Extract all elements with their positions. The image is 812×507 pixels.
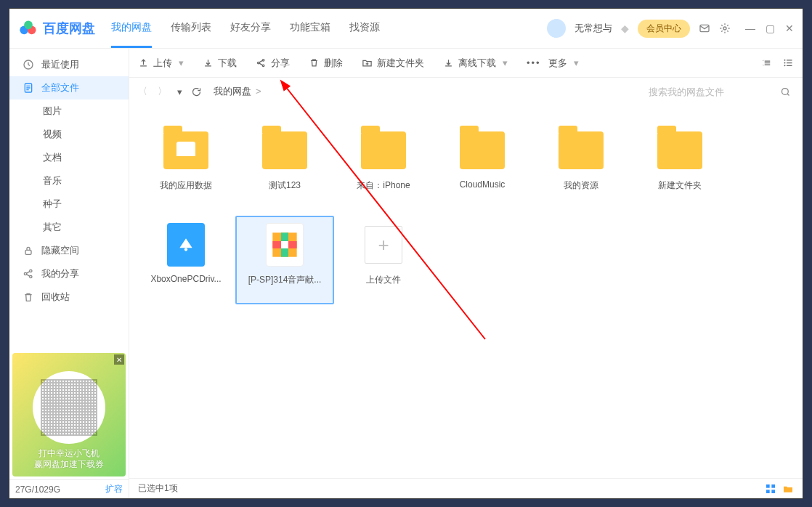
svg-point-13 xyxy=(262,65,264,67)
app-logo: 百度网盘 xyxy=(18,18,95,38)
plus-icon: + xyxy=(365,226,402,264)
status-bar: 已选中1项 xyxy=(129,478,803,498)
svg-point-15 xyxy=(784,62,786,64)
sort-icon[interactable] xyxy=(762,57,773,68)
sidebar-item-docs[interactable]: 文档 xyxy=(9,146,129,169)
delete-button[interactable]: 删除 xyxy=(309,57,343,70)
svg-point-14 xyxy=(784,60,786,61)
storage-bar: 27G/1029G 扩容 xyxy=(9,479,129,498)
folder-item[interactable]: 新建文件夹 xyxy=(630,121,729,210)
maximize-button[interactable]: ▢ xyxy=(766,23,775,34)
history-dropdown-icon[interactable]: ▾ xyxy=(177,86,182,97)
new-folder-icon xyxy=(362,57,373,68)
vip-diamond-icon[interactable]: ◆ xyxy=(621,23,629,34)
clock-icon xyxy=(23,59,34,70)
folder-view-icon[interactable] xyxy=(782,483,794,495)
tab-find-resources[interactable]: 找资源 xyxy=(349,9,380,48)
search-box xyxy=(649,81,794,102)
refresh-icon[interactable] xyxy=(191,86,202,97)
search-input[interactable] xyxy=(649,81,794,102)
avatar[interactable] xyxy=(547,19,566,38)
list-view-icon[interactable] xyxy=(783,57,794,68)
cloud-download-icon xyxy=(443,57,454,68)
sidebar-item-my-share[interactable]: 我的分享 xyxy=(9,262,129,285)
svg-point-17 xyxy=(782,88,789,94)
lock-icon xyxy=(23,245,34,256)
cloud-logo-icon xyxy=(18,18,38,38)
file-item-selected[interactable]: [P-SP]314音声献... xyxy=(235,216,334,304)
upload-icon xyxy=(138,57,149,68)
folder-item[interactable]: 测试123 xyxy=(235,121,334,210)
file-item[interactable]: XboxOnePCDriv... xyxy=(137,216,235,304)
message-icon[interactable] xyxy=(699,23,710,34)
new-folder-button[interactable]: 新建文件夹 xyxy=(362,57,424,70)
download-button[interactable]: 下载 xyxy=(203,57,237,70)
sidebar-item-music[interactable]: 音乐 xyxy=(9,169,129,192)
sidebar-item-other[interactable]: 其它 xyxy=(9,216,129,239)
sidebar-item-all-files[interactable]: 全部文件 xyxy=(9,76,129,100)
expand-storage-link[interactable]: 扩容 xyxy=(105,483,123,495)
sidebar-item-hidden[interactable]: 隐藏空间 xyxy=(9,239,129,262)
sidebar-item-images[interactable]: 图片 xyxy=(9,100,129,123)
svg-point-18 xyxy=(184,248,187,251)
promo-qr-icon xyxy=(33,371,105,444)
selection-status: 已选中1项 xyxy=(138,482,178,495)
folder-item[interactable]: 来自：iPhone xyxy=(334,121,433,210)
upload-file-item[interactable]: +上传文件 xyxy=(334,216,433,304)
path-bar: 〈 〉 ▾ 我的网盘> xyxy=(129,78,803,105)
promo-close-icon[interactable]: ✕ xyxy=(114,354,124,365)
sidebar-item-torrents[interactable]: 种子 xyxy=(9,192,129,216)
svg-point-4 xyxy=(723,27,726,30)
folder-item[interactable]: 我的应用数据 xyxy=(137,121,235,210)
delete-icon xyxy=(309,57,320,68)
offline-download-button[interactable]: 离线下载▾ xyxy=(443,57,508,70)
search-icon[interactable] xyxy=(780,86,791,97)
promo-text: 打中幸运小飞机 赢网盘加速下载券 xyxy=(34,448,104,471)
nav-back-icon[interactable]: 〈 xyxy=(138,85,147,98)
svg-point-11 xyxy=(258,62,260,64)
svg-rect-23 xyxy=(766,484,770,488)
sidebar-item-videos[interactable]: 视频 xyxy=(9,123,129,146)
tab-toolbox[interactable]: 功能宝箱 xyxy=(290,9,330,48)
username[interactable]: 无常想与 xyxy=(575,22,612,35)
tab-friend-share[interactable]: 好友分享 xyxy=(230,9,271,48)
svg-rect-22 xyxy=(281,241,288,248)
gear-icon[interactable] xyxy=(719,23,731,34)
sidebar-item-trash[interactable]: 回收站 xyxy=(9,285,129,309)
toolbar: 上传▾ 下载 分享 删除 新建文件夹 离线下载▾ •••更多▾ xyxy=(129,49,803,78)
header-tabs: 我的网盘 传输列表 好友分享 功能宝箱 找资源 xyxy=(111,9,380,48)
upload-button[interactable]: 上传▾ xyxy=(138,57,184,70)
sidebar-item-recent[interactable]: 最近使用 xyxy=(9,53,129,76)
svg-point-2 xyxy=(24,21,33,30)
header-right: 无常想与 ◆ 会员中心 — ▢ ✕ xyxy=(547,19,794,38)
folder-item[interactable]: CloudMusic xyxy=(433,121,532,210)
share-nodes-icon xyxy=(256,57,267,68)
header: 百度网盘 我的网盘 传输列表 好友分享 功能宝箱 找资源 无常想与 ◆ 会员中心… xyxy=(9,9,803,49)
svg-point-12 xyxy=(262,60,264,62)
share-icon xyxy=(23,268,34,280)
storage-used: 27G/1029G xyxy=(15,484,60,495)
minimize-button[interactable]: — xyxy=(745,23,755,34)
nav-forward-icon[interactable]: 〉 xyxy=(158,85,167,98)
tab-transfers[interactable]: 传输列表 xyxy=(171,9,211,48)
promo-banner[interactable]: ✕ 打中幸运小飞机 赢网盘加速下载券 xyxy=(12,353,126,476)
svg-rect-25 xyxy=(766,490,770,493)
app-name: 百度网盘 xyxy=(43,20,95,37)
trash-icon xyxy=(23,291,34,303)
share-button[interactable]: 分享 xyxy=(256,57,290,70)
window-controls: — ▢ ✕ xyxy=(745,23,794,34)
folder-item[interactable]: 我的资源 xyxy=(532,121,630,210)
svg-rect-26 xyxy=(771,490,775,493)
svg-rect-24 xyxy=(771,484,775,488)
close-button[interactable]: ✕ xyxy=(785,23,794,34)
svg-rect-7 xyxy=(25,250,31,254)
disk-icon xyxy=(176,235,195,254)
member-center-button[interactable]: 会员中心 xyxy=(638,20,690,38)
file-icon xyxy=(23,82,34,94)
breadcrumb[interactable]: 我的网盘> xyxy=(214,85,266,98)
more-button[interactable]: •••更多▾ xyxy=(527,57,579,70)
sidebar-label: 最近使用 xyxy=(41,58,79,71)
tab-my-cloud[interactable]: 我的网盘 xyxy=(111,9,152,48)
grid-view-icon[interactable] xyxy=(765,483,776,495)
sidebar-label: 全部文件 xyxy=(41,81,79,94)
